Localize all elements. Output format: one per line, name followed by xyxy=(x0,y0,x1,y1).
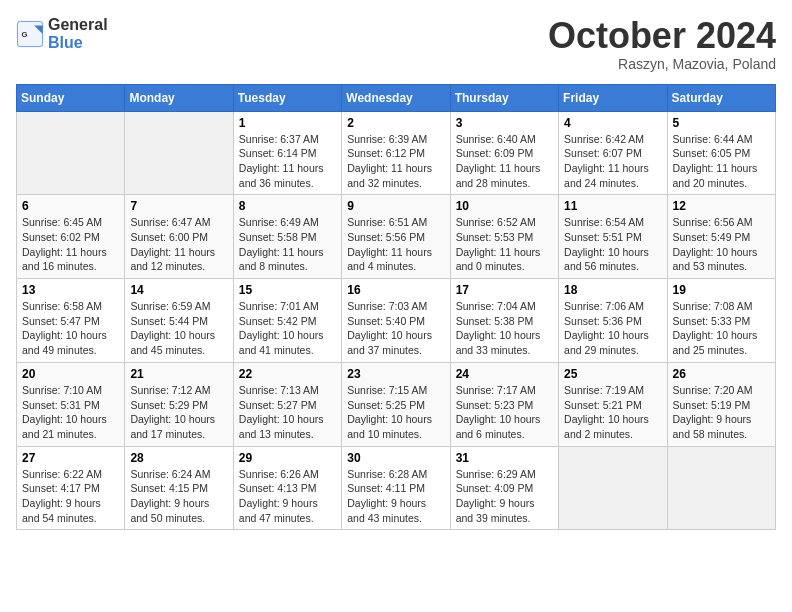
day-number: 27 xyxy=(22,451,119,465)
day-number: 19 xyxy=(673,283,770,297)
day-info: Sunrise: 6:24 AMSunset: 4:15 PMDaylight:… xyxy=(130,467,227,526)
title-block: October 2024 Raszyn, Mazovia, Poland xyxy=(548,16,776,72)
sunset-label: Sunset: 5:49 PM xyxy=(673,231,751,243)
sunrise-label: Sunrise: 7:19 AM xyxy=(564,384,644,396)
day-number: 7 xyxy=(130,199,227,213)
day-number: 15 xyxy=(239,283,336,297)
day-number: 4 xyxy=(564,116,661,130)
daylight-label: Daylight: 10 hours and 37 minutes. xyxy=(347,329,432,356)
th-tuesday: Tuesday xyxy=(233,84,341,111)
sunrise-label: Sunrise: 6:49 AM xyxy=(239,216,319,228)
th-friday: Friday xyxy=(559,84,667,111)
sunrise-label: Sunrise: 6:44 AM xyxy=(673,133,753,145)
sunrise-label: Sunrise: 6:39 AM xyxy=(347,133,427,145)
svg-text:G: G xyxy=(22,29,28,38)
sunset-label: Sunset: 5:51 PM xyxy=(564,231,642,243)
weekday-row: Sunday Monday Tuesday Wednesday Thursday… xyxy=(17,84,776,111)
sunset-label: Sunset: 6:00 PM xyxy=(130,231,208,243)
day-number: 5 xyxy=(673,116,770,130)
day-info: Sunrise: 6:49 AMSunset: 5:58 PMDaylight:… xyxy=(239,215,336,274)
sunset-label: Sunset: 5:47 PM xyxy=(22,315,100,327)
sunset-label: Sunset: 5:44 PM xyxy=(130,315,208,327)
sunrise-label: Sunrise: 6:51 AM xyxy=(347,216,427,228)
sunrise-label: Sunrise: 7:01 AM xyxy=(239,300,319,312)
sunset-label: Sunset: 5:42 PM xyxy=(239,315,317,327)
sunrise-label: Sunrise: 6:59 AM xyxy=(130,300,210,312)
calendar-cell: 26Sunrise: 7:20 AMSunset: 5:19 PMDayligh… xyxy=(667,362,775,446)
logo-blue: Blue xyxy=(48,34,108,52)
day-number: 30 xyxy=(347,451,444,465)
day-info: Sunrise: 7:06 AMSunset: 5:36 PMDaylight:… xyxy=(564,299,661,358)
day-info: Sunrise: 6:56 AMSunset: 5:49 PMDaylight:… xyxy=(673,215,770,274)
day-info: Sunrise: 6:22 AMSunset: 4:17 PMDaylight:… xyxy=(22,467,119,526)
day-info: Sunrise: 7:01 AMSunset: 5:42 PMDaylight:… xyxy=(239,299,336,358)
calendar-cell: 25Sunrise: 7:19 AMSunset: 5:21 PMDayligh… xyxy=(559,362,667,446)
daylight-label: Daylight: 9 hours and 54 minutes. xyxy=(22,497,101,524)
sunset-label: Sunset: 4:09 PM xyxy=(456,482,534,494)
sunrise-label: Sunrise: 7:03 AM xyxy=(347,300,427,312)
day-number: 6 xyxy=(22,199,119,213)
daylight-label: Daylight: 9 hours and 50 minutes. xyxy=(130,497,209,524)
sunset-label: Sunset: 6:09 PM xyxy=(456,147,534,159)
daylight-label: Daylight: 9 hours and 39 minutes. xyxy=(456,497,535,524)
calendar-cell: 5Sunrise: 6:44 AMSunset: 6:05 PMDaylight… xyxy=(667,111,775,195)
month-title: October 2024 xyxy=(548,16,776,56)
calendar-cell xyxy=(17,111,125,195)
day-number: 2 xyxy=(347,116,444,130)
daylight-label: Daylight: 10 hours and 53 minutes. xyxy=(673,246,758,273)
daylight-label: Daylight: 11 hours and 24 minutes. xyxy=(564,162,649,189)
daylight-label: Daylight: 10 hours and 21 minutes. xyxy=(22,413,107,440)
daylight-label: Daylight: 11 hours and 32 minutes. xyxy=(347,162,432,189)
sunrise-label: Sunrise: 7:13 AM xyxy=(239,384,319,396)
calendar-cell: 30Sunrise: 6:28 AMSunset: 4:11 PMDayligh… xyxy=(342,446,450,530)
th-sunday: Sunday xyxy=(17,84,125,111)
daylight-label: Daylight: 10 hours and 25 minutes. xyxy=(673,329,758,356)
calendar-cell: 27Sunrise: 6:22 AMSunset: 4:17 PMDayligh… xyxy=(17,446,125,530)
daylight-label: Daylight: 11 hours and 20 minutes. xyxy=(673,162,758,189)
sunrise-label: Sunrise: 6:52 AM xyxy=(456,216,536,228)
day-number: 12 xyxy=(673,199,770,213)
calendar-cell: 19Sunrise: 7:08 AMSunset: 5:33 PMDayligh… xyxy=(667,279,775,363)
calendar-week-4: 27Sunrise: 6:22 AMSunset: 4:17 PMDayligh… xyxy=(17,446,776,530)
day-info: Sunrise: 7:19 AMSunset: 5:21 PMDaylight:… xyxy=(564,383,661,442)
daylight-label: Daylight: 10 hours and 29 minutes. xyxy=(564,329,649,356)
sunset-label: Sunset: 4:17 PM xyxy=(22,482,100,494)
day-info: Sunrise: 7:08 AMSunset: 5:33 PMDaylight:… xyxy=(673,299,770,358)
day-number: 11 xyxy=(564,199,661,213)
sunset-label: Sunset: 6:05 PM xyxy=(673,147,751,159)
daylight-label: Daylight: 9 hours and 43 minutes. xyxy=(347,497,426,524)
sunrise-label: Sunrise: 6:29 AM xyxy=(456,468,536,480)
calendar-cell: 22Sunrise: 7:13 AMSunset: 5:27 PMDayligh… xyxy=(233,362,341,446)
calendar-table: Sunday Monday Tuesday Wednesday Thursday… xyxy=(16,84,776,531)
sunrise-label: Sunrise: 7:04 AM xyxy=(456,300,536,312)
day-info: Sunrise: 7:13 AMSunset: 5:27 PMDaylight:… xyxy=(239,383,336,442)
calendar-cell: 1Sunrise: 6:37 AMSunset: 6:14 PMDaylight… xyxy=(233,111,341,195)
sunset-label: Sunset: 5:58 PM xyxy=(239,231,317,243)
sunset-label: Sunset: 6:02 PM xyxy=(22,231,100,243)
day-number: 20 xyxy=(22,367,119,381)
sunrise-label: Sunrise: 7:12 AM xyxy=(130,384,210,396)
day-info: Sunrise: 6:29 AMSunset: 4:09 PMDaylight:… xyxy=(456,467,553,526)
calendar-cell xyxy=(559,446,667,530)
day-number: 26 xyxy=(673,367,770,381)
day-info: Sunrise: 6:54 AMSunset: 5:51 PMDaylight:… xyxy=(564,215,661,274)
calendar-cell xyxy=(667,446,775,530)
day-number: 29 xyxy=(239,451,336,465)
day-number: 25 xyxy=(564,367,661,381)
day-number: 17 xyxy=(456,283,553,297)
sunrise-label: Sunrise: 6:47 AM xyxy=(130,216,210,228)
day-number: 24 xyxy=(456,367,553,381)
sunrise-label: Sunrise: 6:37 AM xyxy=(239,133,319,145)
calendar-cell: 18Sunrise: 7:06 AMSunset: 5:36 PMDayligh… xyxy=(559,279,667,363)
sunrise-label: Sunrise: 6:58 AM xyxy=(22,300,102,312)
daylight-label: Daylight: 11 hours and 0 minutes. xyxy=(456,246,541,273)
calendar-cell: 6Sunrise: 6:45 AMSunset: 6:02 PMDaylight… xyxy=(17,195,125,279)
sunrise-label: Sunrise: 6:26 AM xyxy=(239,468,319,480)
day-number: 21 xyxy=(130,367,227,381)
day-info: Sunrise: 7:03 AMSunset: 5:40 PMDaylight:… xyxy=(347,299,444,358)
day-info: Sunrise: 6:37 AMSunset: 6:14 PMDaylight:… xyxy=(239,132,336,191)
day-info: Sunrise: 6:45 AMSunset: 6:02 PMDaylight:… xyxy=(22,215,119,274)
sunrise-label: Sunrise: 7:06 AM xyxy=(564,300,644,312)
sunrise-label: Sunrise: 6:56 AM xyxy=(673,216,753,228)
calendar-cell: 17Sunrise: 7:04 AMSunset: 5:38 PMDayligh… xyxy=(450,279,558,363)
